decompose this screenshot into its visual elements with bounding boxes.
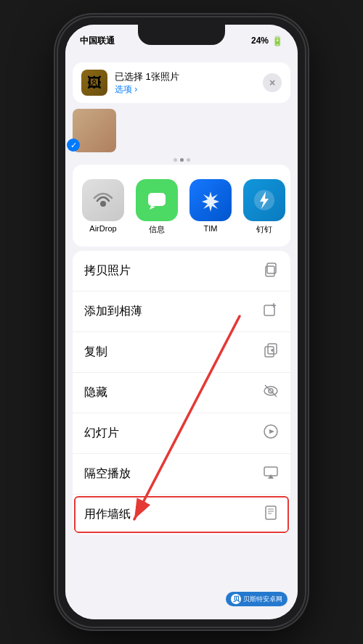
airplay-icon: [263, 464, 279, 484]
tim-icon: [189, 179, 232, 221]
menu-item-hide-label: 隐藏: [84, 385, 107, 400]
share-header-card: 🖼 已选择 1张照片 选项 › ×: [73, 62, 290, 103]
share-sheet: 🖼 已选择 1张照片 选项 › ×: [65, 57, 298, 619]
dot-1: [174, 158, 177, 162]
dots-indicator: [65, 155, 298, 165]
svg-rect-1: [148, 193, 166, 206]
battery-percent: 24%: [251, 36, 269, 46]
selection-check: ✓: [67, 139, 80, 152]
apps-row: AirDrop 信息: [76, 170, 287, 241]
messages-label: 信息: [149, 224, 165, 235]
close-button[interactable]: ×: [263, 73, 282, 92]
menu-item-duplicate[interactable]: 复制: [73, 332, 290, 373]
app-item-dingtalk[interactable]: 钉钉: [242, 179, 286, 235]
svg-rect-4: [264, 305, 274, 315]
tim-svg: [197, 187, 224, 213]
dot-2: [180, 158, 184, 162]
watermark-logo: 贝: [231, 594, 241, 604]
menu-item-hide[interactable]: 隐藏: [73, 373, 290, 413]
share-title-area: 已选择 1张照片 选项 ›: [115, 70, 256, 96]
dingtalk-svg: [251, 187, 277, 213]
menu-item-slideshow-label: 幻灯片: [84, 426, 119, 441]
airdrop-icon: [82, 179, 124, 221]
dot-3: [187, 158, 190, 162]
notch: [138, 25, 225, 45]
copy-photo-icon: [263, 261, 279, 281]
phone-screen: 中国联通 24% 🔋 ✓: [65, 25, 298, 619]
watermark-text: 贝斯特安卓网: [243, 595, 282, 604]
wallpaper-icon: [263, 505, 279, 524]
messages-icon: [136, 179, 178, 221]
menu-item-copy-photo[interactable]: 拷贝照片: [73, 251, 290, 292]
phone-frame: 中国联通 24% 🔋 ✓: [58, 17, 305, 627]
menu-item-airplay-label: 隔空播放: [84, 466, 131, 482]
carrier-text: 中国联通: [80, 35, 115, 47]
menu-section: 拷贝照片 添加到相薄 复制: [73, 251, 290, 534]
menu-item-copy-photo-label: 拷贝照片: [84, 263, 131, 278]
app-item-airdrop[interactable]: AirDrop: [81, 179, 125, 235]
menu-item-slideshow[interactable]: 幻灯片: [73, 413, 290, 454]
duplicate-icon: [263, 342, 279, 362]
photo-preview-area: [65, 103, 298, 152]
menu-item-add-album[interactable]: 添加到相薄: [73, 292, 290, 332]
menu-item-airplay[interactable]: 隔空播放: [73, 454, 290, 495]
messages-svg: [145, 189, 168, 212]
slideshow-icon: [263, 424, 279, 443]
svg-marker-17: [268, 474, 274, 479]
menu-item-add-album-label: 添加到相薄: [84, 304, 142, 319]
status-right: 24% 🔋: [251, 36, 283, 46]
app-item-tim[interactable]: TIM: [189, 179, 232, 235]
svg-rect-18: [266, 506, 276, 519]
photo-preview-row: [73, 109, 290, 152]
airdrop-label: AirDrop: [89, 224, 116, 233]
share-title: 已选择 1张照片: [115, 70, 256, 83]
app-item-messages[interactable]: 信息: [135, 179, 179, 235]
dingtalk-icon: [243, 179, 285, 221]
svg-point-0: [100, 201, 106, 207]
battery-icon: 🔋: [272, 36, 283, 46]
photos-app-icon: 🖼: [81, 70, 107, 96]
airdrop-svg: [91, 188, 115, 212]
menu-item-duplicate-label: 复制: [84, 344, 107, 360]
watermark: 贝 贝斯特安卓网: [226, 592, 287, 606]
svg-marker-15: [269, 429, 274, 434]
share-subtitle[interactable]: 选项 ›: [115, 83, 256, 96]
add-album-icon: [263, 302, 279, 321]
dingtalk-label: 钉钉: [256, 224, 272, 235]
apps-section: AirDrop 信息: [73, 165, 290, 247]
menu-item-wallpaper-label: 用作墙纸: [84, 507, 131, 522]
tim-label: TIM: [204, 224, 218, 233]
hide-icon: [263, 383, 279, 402]
menu-item-wallpaper[interactable]: 用作墙纸: [73, 495, 290, 534]
